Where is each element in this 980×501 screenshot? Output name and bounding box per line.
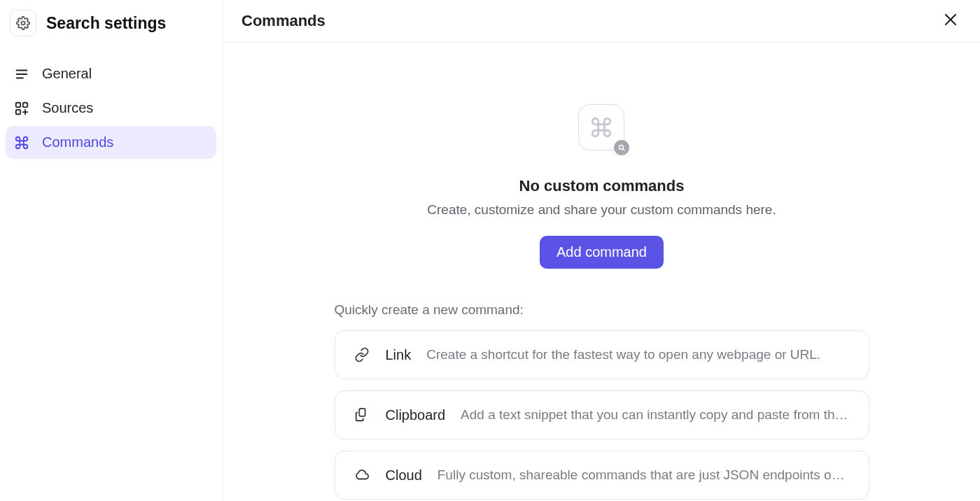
clipboard-icon	[354, 407, 370, 423]
main-panel: Commands No custom commands Create	[223, 0, 980, 501]
sidebar-item-label: Commands	[42, 134, 113, 150]
svg-rect-4	[16, 102, 20, 106]
sidebar-nav: General Sources Commands	[6, 49, 216, 159]
template-name: Link	[386, 347, 412, 363]
settings-sidebar: Search settings General Sources	[0, 0, 223, 501]
empty-title: No custom commands	[519, 177, 685, 195]
command-icon	[14, 135, 29, 150]
content-area: No custom commands Create, customize and…	[223, 43, 980, 501]
quick-create-section: Quickly create a new command: Link Creat…	[335, 302, 869, 501]
template-name: Cloud	[386, 467, 422, 484]
template-description: Fully custom, shareable commands that ar…	[438, 467, 850, 483]
gear-icon[interactable]	[10, 10, 36, 36]
grid-add-icon	[14, 101, 29, 116]
sidebar-item-label: Sources	[42, 100, 93, 116]
sidebar-title: Search settings	[46, 14, 166, 33]
sidebar-item-label: General	[42, 66, 92, 82]
svg-line-12	[623, 149, 624, 150]
sidebar-item-sources[interactable]: Sources	[6, 92, 216, 125]
template-name: Clipboard	[386, 407, 446, 423]
svg-rect-13	[359, 409, 365, 416]
menu-lines-icon	[14, 66, 29, 82]
template-card-link[interactable]: Link Create a shortcut for the fastest w…	[335, 330, 869, 379]
template-card-clipboard[interactable]: Clipboard Add a text snippet that you ca…	[335, 390, 869, 439]
svg-rect-5	[23, 102, 27, 106]
main-header: Commands	[223, 0, 980, 43]
sidebar-header: Search settings	[6, 6, 216, 49]
sidebar-item-commands[interactable]: Commands	[6, 126, 216, 159]
sidebar-item-general[interactable]: General	[6, 57, 216, 90]
empty-subtitle: Create, customize and share your custom …	[427, 202, 776, 218]
template-description: Add a text snippet that you can instantl…	[461, 407, 850, 423]
search-badge-icon	[614, 140, 629, 155]
svg-rect-6	[16, 109, 20, 113]
cloud-icon	[354, 467, 370, 484]
command-icon	[578, 104, 624, 150]
page-title: Commands	[241, 12, 326, 30]
quick-create-label: Quickly create a new command:	[335, 302, 869, 318]
close-button[interactable]	[939, 10, 962, 32]
template-card-cloud[interactable]: Cloud Fully custom, shareable commands t…	[335, 451, 869, 500]
close-icon	[942, 11, 959, 31]
template-description: Create a shortcut for the fastest way to…	[426, 347, 850, 362]
link-icon	[354, 346, 370, 363]
empty-state: No custom commands Create, customize and…	[427, 104, 776, 269]
svg-point-0	[22, 22, 25, 25]
add-command-button[interactable]: Add command	[540, 236, 664, 269]
